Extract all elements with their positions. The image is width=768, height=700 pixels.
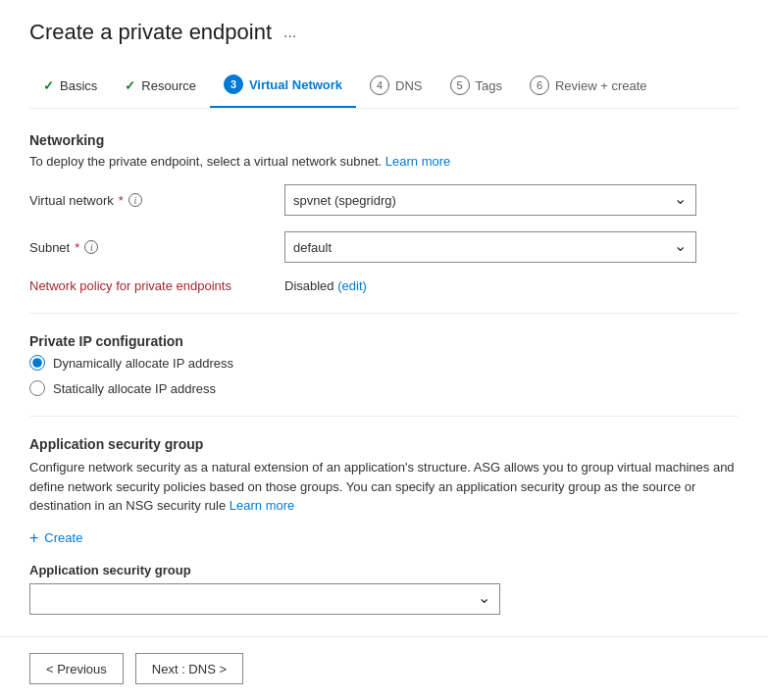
step-dns-label: DNS: [395, 78, 422, 93]
asg-learn-more-link[interactable]: Learn more: [230, 498, 294, 513]
networking-section: Networking To deploy the private endpoin…: [29, 132, 739, 293]
private-ip-title: Private IP configuration: [29, 333, 739, 349]
policy-edit-link[interactable]: (edit): [337, 278, 367, 293]
divider-2: [29, 416, 739, 417]
static-ip-option[interactable]: Statically allocate IP address: [29, 380, 739, 396]
subnet-control: default: [284, 231, 739, 263]
step-review[interactable]: 6 Review + create: [516, 66, 661, 107]
step-resource[interactable]: ✓ Resource: [111, 69, 210, 105]
divider-1: [29, 313, 739, 314]
asg-description: Configure network security as a natural …: [29, 458, 739, 516]
subnet-label: Subnet * i: [29, 240, 284, 255]
private-ip-section: Private IP configuration Dynamically all…: [29, 333, 739, 396]
step-virtual-network-number: 3: [224, 75, 243, 94]
networking-description: To deploy the private endpoint, select a…: [29, 154, 739, 169]
create-label: Create: [44, 530, 82, 545]
page-header: Create a private endpoint ...: [29, 20, 739, 45]
check-icon: ✓: [125, 78, 135, 93]
dynamic-ip-option[interactable]: Dynamically allocate IP address: [29, 355, 739, 371]
step-virtual-network-label: Virtual Network: [249, 77, 342, 92]
subnet-row: Subnet * i default: [29, 231, 739, 263]
virtual-network-label: Virtual network * i: [29, 193, 284, 208]
page-title: Create a private endpoint: [29, 20, 272, 45]
more-options-icon[interactable]: ...: [283, 24, 296, 41]
virtual-network-row: Virtual network * i spvnet (spegridrg): [29, 184, 739, 216]
subnet-select-wrapper: default: [284, 231, 696, 263]
asg-select-wrapper: [29, 583, 500, 615]
step-tags-label: Tags: [476, 78, 502, 93]
policy-row: Network policy for private endpoints Dis…: [29, 278, 739, 293]
step-dns[interactable]: 4 DNS: [356, 66, 435, 107]
subnet-info-icon[interactable]: i: [84, 240, 98, 254]
asg-desc-text: Configure network security as a natural …: [29, 460, 735, 513]
step-dns-number: 4: [370, 75, 389, 95]
step-virtual-network[interactable]: 3 Virtual Network: [210, 65, 356, 108]
asg-title: Application security group: [29, 436, 739, 452]
step-basics[interactable]: ✓ Basics: [29, 69, 111, 105]
asg-section: Application security group Configure net…: [29, 436, 739, 615]
step-review-label: Review + create: [555, 78, 647, 93]
check-icon: ✓: [43, 78, 54, 93]
wizard-steps: ✓ Basics ✓ Resource 3 Virtual Network 4 …: [29, 65, 739, 109]
virtual-network-info-icon[interactable]: i: [128, 193, 142, 207]
previous-button[interactable]: < Previous: [29, 653, 124, 684]
required-marker: *: [75, 240, 79, 255]
dynamic-ip-radio[interactable]: [29, 355, 45, 371]
create-asg-button[interactable]: + Create: [29, 529, 82, 547]
step-review-number: 6: [530, 75, 549, 95]
policy-value: Disabled (edit): [284, 278, 367, 293]
dynamic-ip-label: Dynamically allocate IP address: [53, 356, 233, 371]
required-marker: *: [119, 193, 124, 208]
step-tags[interactable]: 5 Tags: [436, 66, 516, 107]
subnet-select[interactable]: default: [284, 231, 696, 263]
step-resource-label: Resource: [141, 78, 196, 93]
static-ip-label: Statically allocate IP address: [53, 381, 216, 396]
footer: < Previous Next : DNS >: [0, 636, 768, 700]
static-ip-radio[interactable]: [29, 380, 45, 396]
networking-title: Networking: [29, 132, 739, 148]
step-tags-number: 5: [450, 75, 470, 95]
next-button[interactable]: Next : DNS >: [135, 653, 243, 684]
learn-more-link[interactable]: Learn more: [385, 154, 450, 169]
virtual-network-control: spvnet (spegridrg): [284, 184, 739, 216]
ip-radio-group: Dynamically allocate IP address Statical…: [29, 355, 739, 396]
asg-select[interactable]: [29, 583, 500, 615]
virtual-network-select-wrapper: spvnet (spegridrg): [284, 184, 696, 216]
asg-field-label: Application security group: [29, 563, 739, 577]
networking-desc-text: To deploy the private endpoint, select a…: [29, 154, 382, 169]
step-basics-label: Basics: [60, 78, 97, 93]
virtual-network-select[interactable]: spvnet (spegridrg): [284, 184, 696, 216]
plus-icon: +: [29, 529, 38, 547]
policy-label: Network policy for private endpoints: [29, 278, 284, 293]
